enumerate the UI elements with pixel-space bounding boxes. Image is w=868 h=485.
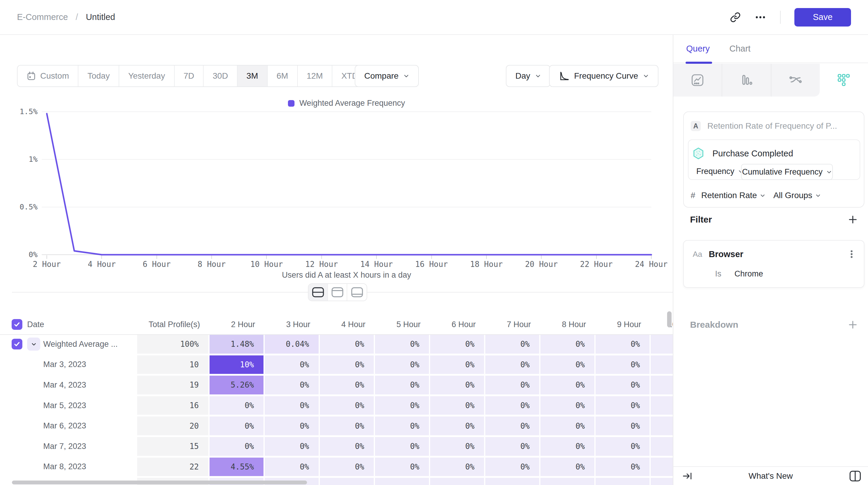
expand-row-button[interactable] [27,337,40,351]
breadcrumb-separator: / [76,12,78,22]
top-actions: Save [730,0,851,34]
retention-cell: 0% [540,335,595,355]
tab-query[interactable]: Query [686,35,710,63]
table-row[interactable]: Mar 7, 2023150%0%0%0%0%0%0%0% [0,437,673,458]
table-row[interactable]: Mar 5, 2023160%0%0%0%0%0%0%0% [0,396,673,417]
table-only-view-button[interactable] [347,284,367,300]
chart-style-button[interactable]: Frequency Curve [549,65,658,87]
retention-cell: 0% [595,335,651,355]
retention-cell: 0% [430,417,485,437]
save-button[interactable]: Save [795,8,851,27]
table-header-row: DateTotal Profile(s)2 Hour3 Hour4 Hour5 … [0,315,673,335]
retention-cell: 0% [595,355,651,376]
range-12m[interactable]: 12M [298,66,332,87]
x-axis-tick-label: 2 Hour [20,260,73,269]
retention-cell: 0% [540,458,595,478]
retention-cell: 0% [485,396,540,417]
table-row[interactable]: Mar 6, 2023200%0%0%0%0%0%0%0% [0,417,673,437]
table-row[interactable]: Weighted Average ...100%1.48%0.04%0%0%0%… [0,335,673,355]
bar-chart-tab[interactable] [722,64,771,97]
retention-cell: 10% [210,355,265,376]
x-axis-tick [376,255,377,259]
range-3m[interactable]: 3M [238,66,268,87]
retention-cell [651,437,673,458]
insights-chart-tab[interactable] [673,64,722,97]
table-row[interactable]: Mar 8, 2023224.55%0%0%0%0%0%0%0% [0,458,673,478]
range-yesterday[interactable]: Yesterday [119,66,175,87]
retention-cell: 0% [375,396,430,417]
range-6m[interactable]: 6M [268,66,298,87]
total-profiles-cell: 20 [137,417,210,437]
string-property-icon: Aa [693,250,702,259]
chart-toolbar: CustomTodayYesterday7D30D3M6M12MXTD Comp… [0,65,673,87]
frequency-dropdown[interactable]: Frequency [696,167,744,176]
retention-cell: 0% [485,355,540,376]
flows-tab[interactable] [771,64,820,97]
frequency-mode-dropdown[interactable]: Cumulative Frequency [741,164,833,180]
retention-cell: 0% [265,458,320,478]
chart-only-view-button[interactable] [328,284,347,300]
granularity-button[interactable]: Day [506,65,551,87]
horizontal-scrollbar[interactable] [12,481,307,484]
range-today[interactable]: Today [79,66,119,87]
filter-menu-icon[interactable] [847,249,856,259]
retention-cell: 0% [430,396,485,417]
count-icon: # [691,191,695,200]
breadcrumb-parent[interactable]: E-Commerce [17,12,68,22]
filter-value[interactable]: Chrome [735,269,763,279]
retention-cell: 0% [485,437,540,458]
select-all-checkbox[interactable] [11,319,22,330]
vertical-scrollbar[interactable] [667,311,672,327]
row-label-cell: Weighted Average ... [0,335,137,355]
table-row[interactable]: Mar 3, 20231010%0%0%0%0%0%0%0% [0,355,673,376]
series-title[interactable]: Retention Rate of Frequency of P... [707,121,837,131]
x-axis-tick [486,255,487,259]
whats-new-link[interactable]: What's New [673,471,868,481]
copy-link-icon[interactable] [730,12,741,23]
range-custom[interactable]: Custom [18,66,79,87]
filter-title: Filter [690,215,712,225]
x-axis-tick-label: 16 Hour [405,260,459,269]
x-axis-tick [101,255,102,259]
add-breakdown-button[interactable] [848,320,858,330]
chevron-down-icon [815,193,821,198]
row-checkbox[interactable] [11,339,22,350]
hour-column-header: 8 Hour [540,320,595,329]
breadcrumb-current[interactable]: Untitled [86,12,115,22]
retention-cell: 5.26% [210,376,265,396]
x-axis-tick-label: 18 Hour [460,260,513,269]
x-axis-tick [46,255,47,259]
table-row[interactable]: Mar 4, 2023195.26%0%0%0%0%0%0%0% [0,376,673,396]
hour-column-header: 2 Hour [210,320,265,329]
split-view-button[interactable] [309,284,328,300]
measure-dropdown[interactable]: Retention Rate [702,191,766,200]
retention-cell: 0% [210,437,265,458]
x-axis-tick [651,255,652,259]
gridline [42,111,651,112]
retention-cell: 0% [320,417,375,437]
retention-cell: 0% [595,376,651,396]
retention-dots-tab[interactable] [820,64,868,97]
filter-property[interactable]: Browser [709,249,743,259]
more-options-icon[interactable] [754,12,766,23]
x-axis-tick-label: 8 Hour [185,260,239,269]
compare-button[interactable]: Compare [355,65,419,87]
add-filter-button[interactable] [848,215,858,225]
range-30d[interactable]: 30D [204,66,237,87]
filter-condition-row: Is Chrome [715,269,763,279]
event-hexagon-icon [693,147,704,160]
retention-cell: 0% [540,376,595,396]
filter-operator[interactable]: Is [715,269,721,279]
groups-dropdown[interactable]: All Groups [773,191,821,200]
retention-cell: 0% [540,355,595,376]
series-title-row: A Retention Rate of Frequency of P... [691,121,837,131]
retention-cell: 0% [320,396,375,417]
retention-cell: 4.55% [210,458,265,478]
x-axis-tick-label: 10 Hour [240,260,293,269]
panel-layout-icon[interactable] [849,470,862,482]
x-axis-tick [321,255,322,259]
hour-column-header: 7 Hour [485,320,540,329]
range-7d[interactable]: 7D [175,66,204,87]
tab-chart[interactable]: Chart [730,35,750,63]
event-selector[interactable]: Purchase Completed [693,147,793,160]
